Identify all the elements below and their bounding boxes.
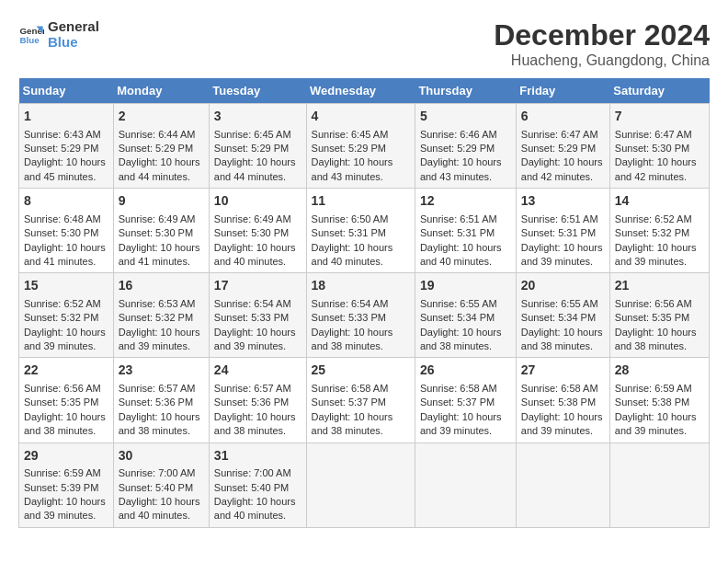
sunrise: Sunrise: 6:59 AM	[24, 467, 101, 478]
daylight: Daylight: 10 hours and 40 minutes.	[312, 242, 393, 267]
sunset: Sunset: 5:31 PM	[420, 227, 495, 238]
sunrise: Sunrise: 6:56 AM	[24, 383, 101, 394]
daylight: Daylight: 10 hours and 43 minutes.	[420, 156, 502, 181]
day-number: 30	[119, 447, 204, 465]
logo-icon: General Blue	[18, 21, 44, 47]
sunrise: Sunrise: 6:46 AM	[420, 129, 497, 140]
sunrise: Sunrise: 6:49 AM	[214, 213, 291, 224]
sunset: Sunset: 5:29 PM	[521, 143, 596, 154]
daylight: Daylight: 10 hours and 39 minutes.	[24, 496, 106, 521]
calendar-cell: 13Sunrise: 6:51 AMSunset: 5:31 PMDayligh…	[516, 189, 609, 273]
day-number: 20	[521, 277, 605, 295]
sunset: Sunset: 5:30 PM	[214, 227, 289, 238]
calendar-cell: 23Sunrise: 6:57 AMSunset: 5:36 PMDayligh…	[113, 358, 209, 442]
sunrise: Sunrise: 6:47 AM	[615, 129, 692, 140]
sunset: Sunset: 5:38 PM	[615, 396, 689, 408]
header-row: SundayMondayTuesdayWednesdayThursdayFrid…	[19, 78, 710, 104]
sunrise: Sunrise: 6:45 AM	[214, 129, 291, 140]
sunset: Sunset: 5:39 PM	[24, 482, 98, 493]
title-area: December 2024 Huacheng, Guangdong, China	[494, 18, 710, 69]
sunset: Sunset: 5:33 PM	[214, 312, 289, 323]
calendar-cell: 30Sunrise: 7:00 AMSunset: 5:40 PMDayligh…	[113, 442, 209, 527]
day-number: 31	[214, 447, 301, 465]
calendar-cell: 9Sunrise: 6:49 AMSunset: 5:30 PMDaylight…	[113, 189, 209, 273]
sunrise: Sunrise: 6:51 AM	[420, 213, 497, 224]
daylight: Daylight: 10 hours and 38 minutes.	[420, 327, 502, 351]
calendar-table: SundayMondayTuesdayWednesdayThursdayFrid…	[18, 78, 710, 528]
daylight: Daylight: 10 hours and 39 minutes.	[615, 242, 697, 267]
day-number: 7	[615, 108, 704, 126]
daylight: Daylight: 10 hours and 44 minutes.	[119, 156, 200, 181]
daylight: Daylight: 10 hours and 40 minutes.	[420, 242, 502, 267]
calendar-cell: 5Sunrise: 6:46 AMSunset: 5:29 PMDaylight…	[415, 104, 516, 189]
daylight: Daylight: 10 hours and 45 minutes.	[24, 156, 106, 181]
calendar-cell: 11Sunrise: 6:50 AMSunset: 5:31 PMDayligh…	[306, 189, 415, 273]
sunrise: Sunrise: 6:52 AM	[24, 298, 101, 309]
calendar-cell: 7Sunrise: 6:47 AMSunset: 5:30 PMDaylight…	[609, 104, 709, 189]
calendar-cell: 18Sunrise: 6:54 AMSunset: 5:33 PMDayligh…	[306, 273, 415, 358]
day-number: 17	[214, 277, 301, 295]
day-number: 14	[615, 192, 704, 211]
col-header-monday: Monday	[113, 78, 209, 104]
sunrise: Sunrise: 6:59 AM	[615, 383, 692, 394]
sunset: Sunset: 5:29 PM	[420, 143, 495, 154]
sunset: Sunset: 5:34 PM	[420, 312, 495, 323]
calendar-cell: 14Sunrise: 6:52 AMSunset: 5:32 PMDayligh…	[609, 189, 709, 273]
calendar-cell: 1Sunrise: 6:43 AMSunset: 5:29 PMDaylight…	[19, 104, 114, 189]
sunset: Sunset: 5:32 PM	[615, 227, 689, 238]
daylight: Daylight: 10 hours and 40 minutes.	[119, 496, 200, 521]
col-header-sunday: Sunday	[19, 78, 114, 104]
daylight: Daylight: 10 hours and 42 minutes.	[615, 156, 697, 181]
daylight: Daylight: 10 hours and 39 minutes.	[24, 327, 106, 351]
calendar-cell: 10Sunrise: 6:49 AMSunset: 5:30 PMDayligh…	[209, 189, 306, 273]
sunrise: Sunrise: 6:49 AM	[119, 213, 196, 224]
calendar-cell: 3Sunrise: 6:45 AMSunset: 5:29 PMDaylight…	[209, 104, 306, 189]
calendar-cell	[415, 442, 516, 527]
sunset: Sunset: 5:36 PM	[119, 396, 193, 408]
sunset: Sunset: 5:35 PM	[615, 312, 689, 323]
day-number: 26	[420, 362, 511, 380]
sunset: Sunset: 5:40 PM	[119, 482, 193, 493]
day-number: 10	[214, 192, 301, 211]
week-row-5: 29Sunrise: 6:59 AMSunset: 5:39 PMDayligh…	[19, 442, 710, 527]
sunrise: Sunrise: 6:52 AM	[615, 213, 692, 224]
day-number: 13	[521, 192, 605, 211]
week-row-2: 8Sunrise: 6:48 AMSunset: 5:30 PMDaylight…	[19, 189, 710, 273]
calendar-cell: 29Sunrise: 6:59 AMSunset: 5:39 PMDayligh…	[19, 442, 114, 527]
calendar-cell: 31Sunrise: 7:00 AMSunset: 5:40 PMDayligh…	[209, 442, 306, 527]
calendar-cell: 19Sunrise: 6:55 AMSunset: 5:34 PMDayligh…	[415, 273, 516, 358]
sunrise: Sunrise: 6:54 AM	[312, 298, 389, 309]
col-header-tuesday: Tuesday	[209, 78, 306, 104]
svg-text:Blue: Blue	[19, 35, 40, 45]
calendar-cell: 12Sunrise: 6:51 AMSunset: 5:31 PMDayligh…	[415, 189, 516, 273]
sunrise: Sunrise: 6:58 AM	[420, 383, 497, 394]
sunset: Sunset: 5:34 PM	[521, 312, 596, 323]
day-number: 18	[312, 277, 410, 295]
calendar-cell: 21Sunrise: 6:56 AMSunset: 5:35 PMDayligh…	[609, 273, 709, 358]
sunset: Sunset: 5:29 PM	[119, 143, 193, 154]
calendar-cell: 16Sunrise: 6:53 AMSunset: 5:32 PMDayligh…	[113, 273, 209, 358]
calendar-cell: 17Sunrise: 6:54 AMSunset: 5:33 PMDayligh…	[209, 273, 306, 358]
sunrise: Sunrise: 6:53 AM	[119, 298, 196, 309]
sunrise: Sunrise: 6:57 AM	[214, 383, 291, 394]
sunset: Sunset: 5:37 PM	[420, 396, 495, 408]
day-number: 5	[420, 108, 511, 126]
sunrise: Sunrise: 7:00 AM	[119, 467, 196, 478]
calendar-cell: 6Sunrise: 6:47 AMSunset: 5:29 PMDaylight…	[516, 104, 609, 189]
calendar-cell: 26Sunrise: 6:58 AMSunset: 5:37 PMDayligh…	[415, 358, 516, 442]
sunset: Sunset: 5:29 PM	[312, 143, 386, 154]
daylight: Daylight: 10 hours and 38 minutes.	[24, 411, 106, 436]
calendar-cell	[306, 442, 415, 527]
daylight: Daylight: 10 hours and 39 minutes.	[119, 327, 200, 351]
logo: General Blue General Blue	[18, 18, 99, 50]
day-number: 15	[24, 277, 108, 295]
day-number: 21	[615, 277, 704, 295]
daylight: Daylight: 10 hours and 39 minutes.	[521, 411, 603, 436]
logo-line1: General	[48, 18, 99, 34]
daylight: Daylight: 10 hours and 38 minutes.	[119, 411, 200, 436]
col-header-saturday: Saturday	[609, 78, 709, 104]
daylight: Daylight: 10 hours and 38 minutes.	[312, 327, 393, 351]
week-row-3: 15Sunrise: 6:52 AMSunset: 5:32 PMDayligh…	[19, 273, 710, 358]
sunrise: Sunrise: 6:51 AM	[521, 213, 598, 224]
calendar-cell	[609, 442, 709, 527]
